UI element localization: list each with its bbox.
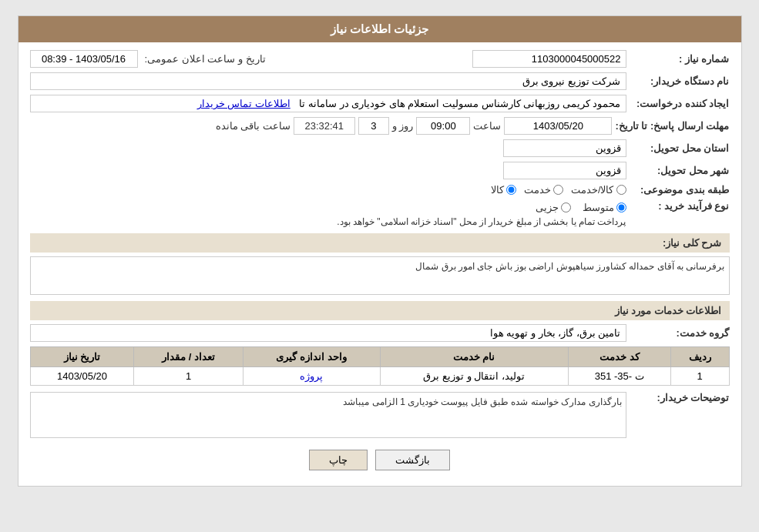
announcement-label: تاریخ و ساعت اعلان عمومی:	[145, 53, 266, 65]
col-service-code: کد خدمت	[568, 347, 670, 367]
category-label: طبقه بندی موضوعی:	[630, 184, 730, 196]
need-description-value: برفرسانی به آقای حمداله کشاورز سیاهپوش ا…	[30, 256, 730, 295]
table-header-row: ردیف کد خدمت نام خدمت واحد اندازه گیری ت…	[30, 347, 729, 367]
deadline-label: مهلت ارسال پاسخ: تا تاریخ:	[615, 120, 729, 132]
purchase-radio-jozii[interactable]	[561, 202, 571, 212]
purchase-option-motawaset: متوسط	[583, 202, 626, 213]
services-section-header: اطلاعات خدمات مورد نیاز	[30, 301, 730, 320]
province-value: قزوین	[503, 139, 626, 157]
creator-value: محمود کریمی روزبهانی کارشناس مسولیت استع…	[30, 95, 626, 112]
category-option-kala-khedmat: کالا/خدمت	[571, 184, 626, 196]
purchase-type-options: متوسط جزیی	[337, 202, 626, 213]
creator-label: ایجاد کننده درخواست:	[630, 98, 730, 109]
col-service-name: نام خدمت	[380, 347, 568, 367]
col-unit: واحد اندازه گیری	[243, 347, 380, 367]
category-row: طبقه بندی موضوعی: کالا/خدمت خدمت کالا	[30, 184, 730, 196]
cell-date: 1403/05/20	[30, 367, 134, 386]
buyer-org-row: نام دستگاه خریدار: شرکت توزیع نیروی برق	[30, 72, 730, 90]
days-label: روز و	[392, 120, 414, 132]
deadline-row: مهلت ارسال پاسخ: تا تاریخ: 1403/05/20 سا…	[30, 117, 730, 135]
need-number-value: 1103000045000522	[472, 50, 626, 68]
city-value: قزوین	[503, 162, 626, 179]
cell-quantity: 1	[134, 367, 243, 386]
col-quantity: تعداد / مقدار	[134, 347, 243, 367]
need-number-label: شماره نیاز :	[630, 53, 730, 65]
purchase-option-jozii: جزیی	[536, 202, 571, 213]
province-row: استان محل تحویل: قزوین	[30, 139, 730, 157]
purchase-type-label: نوع فرآیند خرید :	[630, 200, 730, 212]
page-title: جزئیات اطلاعات نیاز	[18, 16, 741, 42]
cell-service-code: ت -35- 351	[568, 367, 670, 386]
service-group-row: گروه خدمت: تامین برق، گاز، بخار و تهویه …	[30, 324, 730, 342]
category-option-kala: کالا	[491, 184, 516, 196]
col-date: تاریخ نیاز	[30, 347, 134, 367]
category-radio-group: کالا/خدمت خدمت کالا	[491, 184, 626, 196]
time-label: ساعت	[473, 120, 501, 132]
response-days: 3	[358, 117, 389, 135]
province-label: استان محل تحویل:	[630, 142, 730, 154]
cell-row-num: 1	[670, 367, 729, 386]
service-group-value: تامین برق، گاز، بخار و تهویه هوا	[30, 324, 626, 342]
category-radio-kala-khedmat[interactable]	[616, 185, 626, 195]
creator-row: ایجاد کننده درخواست: محمود کریمی روزبهان…	[30, 95, 730, 112]
need-description-header: شرح کلی نیاز:	[30, 233, 730, 253]
form-content: شماره نیاز : 1103000045000522 تاریخ و سا…	[18, 42, 741, 486]
cell-service-name: تولید، انتقال و توزیع برق	[380, 367, 568, 386]
print-button[interactable]: چاپ	[309, 450, 368, 470]
buyer-notes-label: توضیحات خریدار:	[630, 392, 730, 403]
category-option-khedmat: خدمت	[524, 184, 563, 196]
city-row: شهر محل تحویل: قزوین	[30, 162, 730, 179]
back-button[interactable]: بازگشت	[375, 450, 450, 470]
buyer-notes-row: توضیحات خریدار: بارگذاری مدارک خواسته شد…	[30, 392, 730, 438]
announcement-value: 1403/05/16 - 08:39	[30, 50, 138, 68]
table-row: 1 ت -35- 351 تولید، انتقال و توزیع برق پ…	[30, 367, 729, 386]
services-table: ردیف کد خدمت نام خدمت واحد اندازه گیری ت…	[30, 346, 730, 386]
button-row: بازگشت چاپ	[30, 450, 730, 470]
cell-unit: پروژه	[243, 367, 380, 386]
purchase-radio-motawaset[interactable]	[616, 202, 626, 212]
city-label: شهر محل تحویل:	[630, 165, 730, 176]
purchase-type-row: نوع فرآیند خرید : متوسط جزیی پرداخت تمام…	[30, 200, 730, 227]
col-row-num: ردیف	[670, 347, 729, 367]
creator-link[interactable]: اطلاعات تماس خریدار	[197, 98, 291, 109]
need-number-row: شماره نیاز : 1103000045000522 تاریخ و سا…	[30, 50, 730, 68]
category-radio-khedmat[interactable]	[553, 185, 563, 195]
buyer-org-label: نام دستگاه خریدار:	[630, 75, 730, 87]
main-container: جزئیات اطلاعات نیاز شماره نیاز : 1103000…	[18, 15, 742, 487]
response-date: 1403/05/20	[504, 117, 612, 135]
service-group-label: گروه خدمت:	[630, 327, 730, 339]
response-time: 09:00	[416, 117, 470, 135]
countdown-value: 23:32:41	[294, 117, 355, 135]
category-radio-kala[interactable]	[506, 185, 516, 195]
buyer-org-value: شرکت توزیع نیروی برق	[30, 72, 626, 90]
purchase-desc: پرداخت تمام یا بخشی از مبلغ خریدار از مح…	[337, 216, 626, 227]
buyer-notes-value: بارگذاری مدارک خواسته شده طبق فایل پیوست…	[30, 392, 626, 438]
countdown-label: ساعت باقی مانده	[216, 120, 291, 132]
